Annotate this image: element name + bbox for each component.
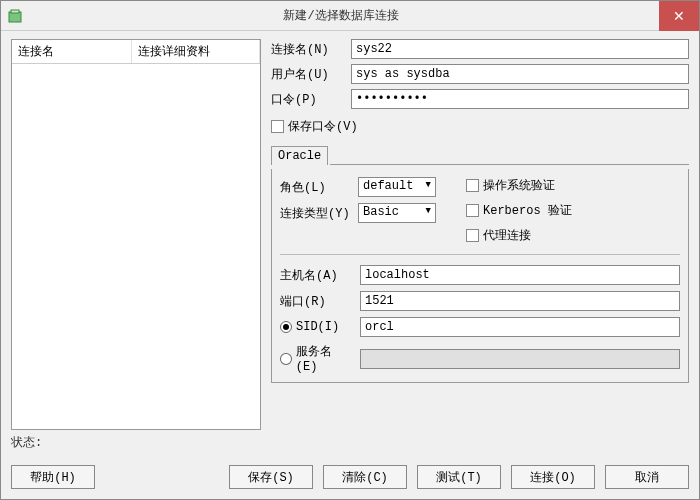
close-button[interactable]: ✕: [659, 1, 699, 31]
help-button[interactable]: 帮助(H): [11, 465, 95, 489]
button-bar: 帮助(H) 保存(S) 清除(C) 测试(T) 连接(O) 取消: [1, 459, 699, 499]
conntype-label: 连接类型(Y): [280, 205, 350, 222]
col-conn-name[interactable]: 连接名: [12, 40, 132, 63]
titlebar: 新建/选择数据库连接 ✕: [1, 1, 699, 31]
test-button[interactable]: 测试(T): [417, 465, 501, 489]
clear-button[interactable]: 清除(C): [323, 465, 407, 489]
conn-name-label: 连接名(N): [271, 41, 343, 58]
username-label: 用户名(U): [271, 66, 343, 83]
proxy-label: 代理连接: [483, 227, 531, 244]
tab-oracle[interactable]: Oracle: [272, 147, 327, 165]
servicename-radio[interactable]: [280, 353, 292, 365]
role-label: 角色(L): [280, 179, 350, 196]
hostname-label: 主机名(A): [280, 267, 352, 284]
servicename-input: [360, 349, 680, 369]
right-pane: 连接名(N) 用户名(U) 口令(P) 保存口令(V) Oracle: [271, 39, 689, 455]
dialog-window: 新建/选择数据库连接 ✕ 连接名 连接详细资料 状态: 连接名(N) 用户名(U…: [0, 0, 700, 500]
save-password-checkbox[interactable]: [271, 120, 284, 133]
servicename-radio-row: 服务名(E): [280, 343, 352, 374]
sid-input[interactable]: [360, 317, 680, 337]
proxy-checkbox[interactable]: [466, 229, 479, 242]
save-password-label: 保存口令(V): [288, 118, 358, 135]
left-pane: 连接名 连接详细资料 状态:: [11, 39, 261, 455]
status-label: 状态:: [11, 430, 261, 455]
password-label: 口令(P): [271, 91, 343, 108]
password-input[interactable]: [351, 89, 689, 109]
conntype-select[interactable]: Basic: [358, 203, 436, 223]
sid-label: SID(I): [296, 320, 339, 334]
separator: [280, 254, 680, 255]
connection-list[interactable]: 连接名 连接详细资料: [11, 39, 261, 430]
col-conn-details[interactable]: 连接详细资料: [132, 40, 260, 63]
role-select[interactable]: default: [358, 177, 436, 197]
servicename-label: 服务名(E): [296, 343, 352, 374]
svg-rect-1: [11, 10, 19, 13]
connect-button[interactable]: 连接(O): [511, 465, 595, 489]
list-header: 连接名 连接详细资料: [12, 40, 260, 64]
app-icon: [7, 8, 23, 24]
port-input[interactable]: [360, 291, 680, 311]
osauth-checkbox[interactable]: [466, 179, 479, 192]
hostname-input[interactable]: [360, 265, 680, 285]
sid-radio-row: SID(I): [280, 320, 352, 334]
username-input[interactable]: [351, 64, 689, 84]
kerberos-checkbox[interactable]: [466, 204, 479, 217]
content-area: 连接名 连接详细资料 状态: 连接名(N) 用户名(U) 口令(P) 保存口令(: [1, 31, 699, 459]
save-button[interactable]: 保存(S): [229, 465, 313, 489]
cancel-button[interactable]: 取消: [605, 465, 689, 489]
kerberos-label: Kerberos 验证: [483, 202, 572, 219]
osauth-label: 操作系统验证: [483, 177, 555, 194]
sid-radio[interactable]: [280, 321, 292, 333]
port-label: 端口(R): [280, 293, 352, 310]
tab-strip: Oracle: [271, 146, 328, 165]
oracle-panel: 角色(L) default 连接类型(Y) Basic 操作系统验证 Kerbe…: [271, 169, 689, 383]
conn-name-input[interactable]: [351, 39, 689, 59]
window-title: 新建/选择数据库连接: [23, 7, 659, 24]
